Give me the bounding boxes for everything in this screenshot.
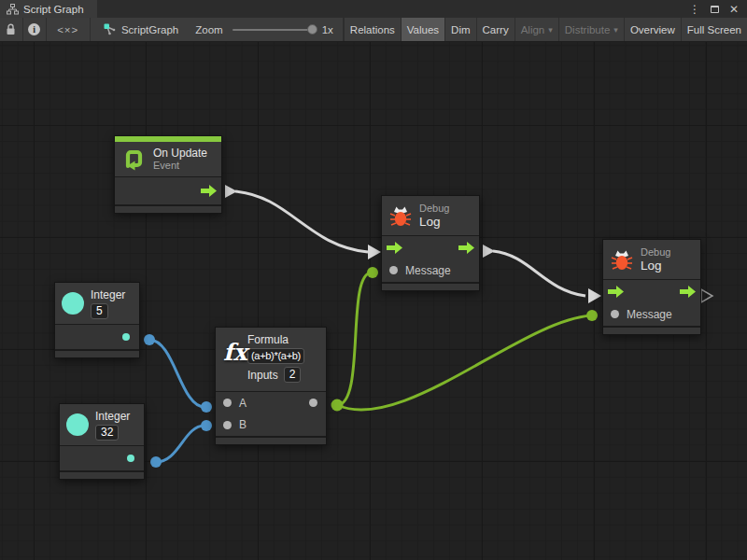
value-port-row: Message	[382, 259, 479, 282]
node-header: Debug Log	[603, 240, 700, 279]
node-footer	[55, 349, 139, 357]
node-body	[60, 445, 144, 470]
wire-integer32-to-formula-b[interactable]	[156, 426, 204, 462]
node-integer-5[interactable]: Integer 5	[54, 282, 140, 358]
wire-debug1-to-debug2[interactable]	[493, 251, 585, 296]
wire-integer5-to-formula-a[interactable]	[149, 340, 204, 407]
node-title: Integer	[91, 288, 125, 301]
bug-icon	[388, 203, 413, 229]
port-label: A	[239, 397, 247, 410]
flow-arrowhead	[368, 245, 381, 259]
flow-arrowhead	[588, 288, 601, 303]
formula-expression-field[interactable]: (a+b)*(a+b)	[247, 348, 304, 364]
integer-output-port[interactable]	[127, 455, 134, 462]
node-body	[115, 176, 221, 204]
node-integer-32[interactable]: Integer 32	[59, 403, 145, 480]
integer-type-icon	[62, 292, 84, 315]
bug-icon	[610, 247, 634, 273]
node-footer	[60, 470, 144, 479]
node-footer	[382, 282, 479, 290]
node-category: Debug	[419, 203, 449, 215]
formula-input-a-port[interactable]	[223, 399, 232, 407]
wire-formula-to-debug2-message[interactable]	[337, 315, 591, 410]
formula-output-port[interactable]	[309, 399, 317, 407]
port-label: Message	[627, 308, 672, 321]
update-loop-icon	[121, 147, 147, 172]
flow-output-port[interactable]	[201, 185, 217, 197]
port-row-b: B	[216, 413, 326, 436]
flow-output-port[interactable]	[458, 242, 474, 254]
node-header: On Update Event	[115, 142, 221, 176]
port-row-a: A	[216, 391, 326, 413]
node-title: Log	[419, 215, 449, 230]
node-category: Debug	[641, 246, 670, 259]
script-graph-window: Script Graph ⋮ ✕ i <×>	[0, 0, 747, 560]
flow-port-empty-triangle[interactable]	[701, 289, 712, 302]
node-body	[55, 324, 139, 349]
flow-output-port[interactable]	[680, 286, 696, 298]
node-formula[interactable]: fx Formula (a+b)*(a+b) Inputs 2 A B	[215, 327, 327, 445]
integer-value-field[interactable]: 32	[95, 425, 119, 441]
node-header: fx Formula (a+b)*(a+b) Inputs 2	[216, 328, 326, 391]
node-debug-log-1[interactable]: Debug Log Message	[381, 195, 480, 291]
wire-endpoint-blue[interactable]	[144, 334, 155, 345]
node-on-update[interactable]: On Update Event	[114, 135, 222, 214]
flow-port-row	[603, 279, 700, 302]
value-port-row: Message	[603, 302, 700, 326]
flow-port-row	[382, 235, 479, 259]
fx-icon: fx	[223, 339, 247, 366]
node-header: Integer 5	[55, 283, 139, 324]
wire-endpoint-blue[interactable]	[201, 401, 212, 413]
wire-formula-to-debug1-message[interactable]	[337, 273, 372, 405]
port-label: B	[239, 418, 247, 431]
node-title: Integer	[95, 410, 130, 423]
node-header: Debug Log	[382, 196, 479, 235]
message-input-port[interactable]	[389, 266, 398, 274]
node-subtitle: Event	[153, 160, 207, 172]
node-footer	[603, 326, 700, 334]
flow-input-port[interactable]	[387, 242, 402, 254]
inputs-count-field[interactable]: 2	[284, 367, 302, 383]
wire-onupdate-to-debug1[interactable]	[235, 191, 368, 252]
wire-endpoint-blue[interactable]	[150, 456, 162, 468]
formula-input-b-port[interactable]	[223, 421, 232, 429]
node-title: Log	[641, 259, 670, 273]
node-footer	[115, 204, 221, 213]
wire-endpoint-blue[interactable]	[201, 420, 212, 431]
integer-type-icon	[66, 413, 89, 436]
flow-input-port[interactable]	[608, 286, 624, 298]
wire-endpoint-green[interactable]	[586, 310, 598, 321]
port-label: Message	[405, 264, 451, 277]
node-debug-log-2[interactable]: Debug Log Message	[602, 239, 701, 335]
integer-output-port[interactable]	[122, 333, 130, 341]
node-header: Integer 32	[60, 404, 144, 445]
inputs-label: Inputs	[247, 369, 278, 382]
message-input-port[interactable]	[611, 310, 619, 318]
wire-endpoint-green[interactable]	[331, 399, 344, 412]
node-footer	[216, 436, 326, 444]
node-title: On Update	[153, 147, 207, 160]
integer-value-field[interactable]: 5	[91, 303, 108, 319]
wire-endpoint-green[interactable]	[367, 267, 378, 278]
node-title: Formula	[247, 333, 322, 346]
